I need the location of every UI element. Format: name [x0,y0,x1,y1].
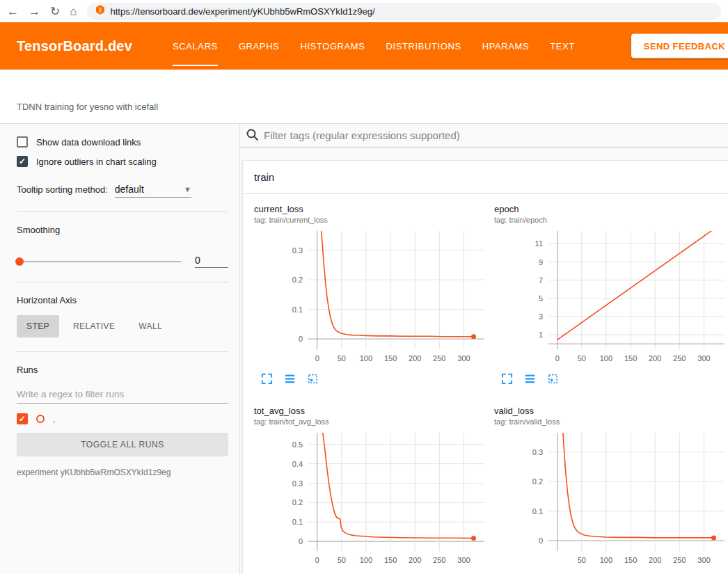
svg-text:150: 150 [384,354,397,362]
svg-text:200: 200 [409,556,421,564]
app-logo[interactable]: TensorBoard.dev [17,38,132,54]
runs-filter-input[interactable] [17,385,228,404]
tab-distributions[interactable]: DISTRIBUTIONS [386,22,461,70]
svg-text:1: 1 [539,330,543,339]
chart-toolbar [501,373,727,388]
line-chart[interactable]: 00.10.20.30.40.5050100150200250300 [254,429,487,569]
section-title[interactable]: train [243,161,728,194]
svg-text:0.2: 0.2 [292,498,303,507]
svg-text:300: 300 [457,354,470,362]
tab-scalars[interactable]: SCALARS [173,22,218,70]
smoothing-slider[interactable] [17,261,181,262]
line-chart[interactable]: 1357911050100150200250300 [494,227,727,367]
svg-text:200: 200 [649,354,661,362]
axis-wall-button[interactable]: WALL [129,315,172,337]
tag-filter-row [240,124,728,148]
run-checkbox-icon[interactable] [17,413,28,424]
search-icon [246,128,258,143]
fullscreen-icon[interactable] [261,373,273,388]
svg-text:100: 100 [360,556,372,564]
address-bar[interactable]: https://tensorboard.dev/experiment/yKUbh… [87,3,721,20]
log-scale-icon[interactable] [284,373,296,388]
chart-title: current_loss [254,204,487,214]
chevron-down-icon: ▼ [184,185,191,193]
tooltip-sorting-dropdown[interactable]: default ▼ [115,184,191,198]
svg-text:0: 0 [539,536,543,545]
send-feedback-button[interactable]: SEND FEEDBACK [631,34,728,58]
tag-filter-input[interactable] [264,129,722,141]
run-list-item[interactable]: . [17,413,228,424]
svg-text:300: 300 [697,354,710,362]
site-favicon-icon [95,5,105,17]
train-section-card: train current_loss tag: train/current_lo… [242,160,728,574]
app-header: TensorBoard.dev SCALARS GRAPHS HISTOGRAM… [0,22,728,70]
checkbox-unchecked-icon [17,136,28,148]
smoothing-value-input[interactable] [195,255,228,268]
svg-text:0: 0 [555,354,560,362]
svg-text:50: 50 [338,354,346,362]
fullscreen-icon[interactable] [501,373,513,388]
charts-grid: current_loss tag: train/current_loss 00.… [243,194,728,574]
svg-text:0.3: 0.3 [292,479,303,488]
back-icon[interactable]: ← [7,6,19,17]
svg-text:0.3: 0.3 [292,246,303,255]
svg-text:0.5: 0.5 [292,440,303,449]
svg-text:100: 100 [360,354,372,362]
svg-text:11: 11 [535,239,543,248]
run-name: . [53,414,56,424]
log-scale-icon[interactable] [524,373,536,388]
svg-text:3: 3 [539,312,543,321]
chart-current-loss: current_loss tag: train/current_loss 00.… [254,204,487,388]
svg-text:250: 250 [433,556,445,564]
forward-icon[interactable]: → [29,6,40,17]
svg-text:300: 300 [457,556,470,564]
svg-text:0: 0 [299,537,303,545]
experiment-id-text: experiment yKUbhb5wRmOSXYkId1z9eg [17,468,228,477]
divider [17,282,228,282]
tab-hparams[interactable]: HPARAMS [482,22,530,70]
divider [17,351,228,352]
fit-domain-icon[interactable] [547,373,559,388]
ignore-outliers-checkbox[interactable]: Ignore outliers in chart scaling [17,156,228,167]
line-chart[interactable]: 00.10.20.3050100150200250300 [254,227,487,367]
svg-text:0.2: 0.2 [532,477,543,486]
axis-relative-button[interactable]: RELATIVE [63,315,125,337]
reload-icon[interactable]: ↻ [50,6,60,17]
axis-step-button[interactable]: STEP [17,315,59,337]
chart-title: valid_loss [494,406,727,416]
svg-text:5: 5 [539,294,543,303]
line-chart[interactable]: 00.10.20.350100150200250300 [494,429,727,569]
chart-toolbar [261,373,487,388]
run-color-swatch-icon [36,415,45,423]
svg-text:0.3: 0.3 [532,448,543,456]
svg-text:0.1: 0.1 [532,507,543,516]
chart-tot-avg-loss: tot_avg_loss tag: train/tot_avg_loss 00.… [254,406,487,574]
fit-domain-icon[interactable] [307,373,319,388]
show-download-links-checkbox[interactable]: Show data download links [17,136,228,148]
svg-text:200: 200 [409,354,421,362]
svg-text:0.1: 0.1 [292,518,303,526]
svg-text:7: 7 [539,276,543,285]
tab-histograms[interactable]: HISTOGRAMS [300,22,365,70]
svg-text:0: 0 [315,556,319,564]
tab-text[interactable]: TEXT [550,22,575,70]
svg-text:100: 100 [600,556,612,564]
chart-tag: tag: train/valid_loss [494,417,727,426]
svg-text:150: 150 [384,556,397,564]
settings-sidebar: Show data download links Ignore outliers… [0,124,240,574]
home-icon[interactable]: ⌂ [70,6,77,17]
main-nav: SCALARS GRAPHS HISTOGRAMS DISTRIBUTIONS … [173,22,575,70]
svg-text:0.4: 0.4 [292,460,303,468]
toggle-all-runs-button[interactable]: TOGGLE ALL RUNS [17,433,228,456]
svg-text:50: 50 [578,354,586,362]
horizontal-axis-label: Horizontal Axis [17,295,228,305]
chart-title: epoch [494,204,727,214]
url-text: https://tensorboard.dev/experiment/yKUbh… [111,6,375,17]
svg-text:150: 150 [624,556,637,564]
slider-thumb[interactable] [15,257,24,266]
tab-graphs[interactable]: GRAPHS [239,22,280,70]
svg-text:100: 100 [600,354,612,362]
svg-text:50: 50 [338,556,346,564]
experiment-title-bar: TDNN training for yesno with icefall [0,70,728,124]
svg-text:250: 250 [673,556,686,564]
